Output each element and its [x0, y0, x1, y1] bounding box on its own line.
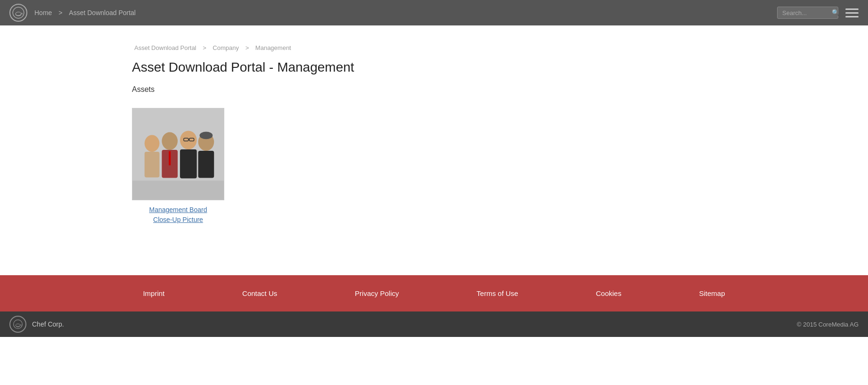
svg-point-0 [13, 7, 24, 18]
svg-rect-9 [180, 149, 197, 178]
footer-links-inner: Imprint Contact Us Privacy Policy Terms … [104, 289, 764, 297]
nav-home-link[interactable]: Home [34, 9, 52, 16]
footer-link-terms[interactable]: Terms of Use [476, 289, 518, 297]
search-box[interactable]: 🔍 [777, 7, 838, 19]
svg-point-17 [14, 320, 23, 329]
asset-caption-line1: Management Board [149, 206, 207, 213]
assets-section-label: Assets [132, 85, 736, 94]
asset-thumbnail [132, 108, 224, 200]
breadcrumb: Asset Download Portal > Company > Manage… [132, 44, 736, 51]
hamburger-menu-button[interactable] [845, 8, 859, 17]
svg-point-3 [145, 135, 160, 152]
top-navigation: Home > Asset Download Portal 🔍 [0, 0, 868, 25]
footer-bottom-left: Chef Corp. [9, 316, 64, 333]
breadcrumb-sep1: > [203, 44, 206, 51]
page-title: Asset Download Portal - Management [132, 60, 736, 75]
svg-rect-16 [132, 180, 224, 200]
breadcrumb-sep2: > [246, 44, 249, 51]
hamburger-line-3 [845, 16, 859, 17]
svg-rect-7 [169, 151, 171, 165]
top-breadcrumb: Home > Asset Download Portal [32, 9, 138, 16]
svg-point-1 [16, 12, 21, 16]
search-input[interactable] [782, 9, 829, 16]
main-content: Asset Download Portal > Company > Manage… [0, 25, 868, 275]
footer-company-name: Chef Corp. [32, 320, 64, 328]
footer-copyright: © 2015 CoreMedia AG [797, 321, 859, 328]
asset-card[interactable]: Management Board Close-Up Picture [132, 108, 224, 225]
hamburger-line-1 [845, 8, 859, 10]
svg-rect-4 [145, 152, 160, 177]
footer-link-cookies[interactable]: Cookies [596, 289, 621, 297]
footer-links: Imprint Contact Us Privacy Policy Terms … [0, 275, 868, 311]
footer-logo-icon [9, 316, 26, 333]
footer-link-imprint[interactable]: Imprint [143, 289, 164, 297]
nav-sep1: > [58, 9, 62, 16]
footer-link-sitemap[interactable]: Sitemap [699, 289, 725, 297]
hamburger-line-2 [845, 12, 859, 14]
footer-link-privacy[interactable]: Privacy Policy [355, 289, 399, 297]
asset-image [132, 108, 224, 200]
footer-link-contact[interactable]: Contact Us [242, 289, 277, 297]
breadcrumb-part2[interactable]: Company [213, 44, 239, 51]
svg-point-5 [162, 132, 178, 150]
breadcrumb-part3: Management [255, 44, 291, 51]
asset-caption[interactable]: Management Board Close-Up Picture [132, 205, 224, 225]
svg-point-18 [16, 324, 20, 326]
nav-current: Asset Download Portal [69, 9, 136, 16]
svg-point-15 [200, 131, 213, 139]
search-icon: 🔍 [832, 9, 839, 16]
nav-right: 🔍 [777, 7, 859, 19]
breadcrumb-part1[interactable]: Asset Download Portal [134, 44, 197, 51]
nav-left: Home > Asset Download Portal [9, 4, 138, 22]
svg-rect-14 [198, 151, 214, 178]
asset-caption-line2: Close-Up Picture [153, 216, 203, 223]
footer-bottom: Chef Corp. © 2015 CoreMedia AG [0, 311, 868, 337]
site-logo-icon[interactable] [9, 4, 27, 22]
